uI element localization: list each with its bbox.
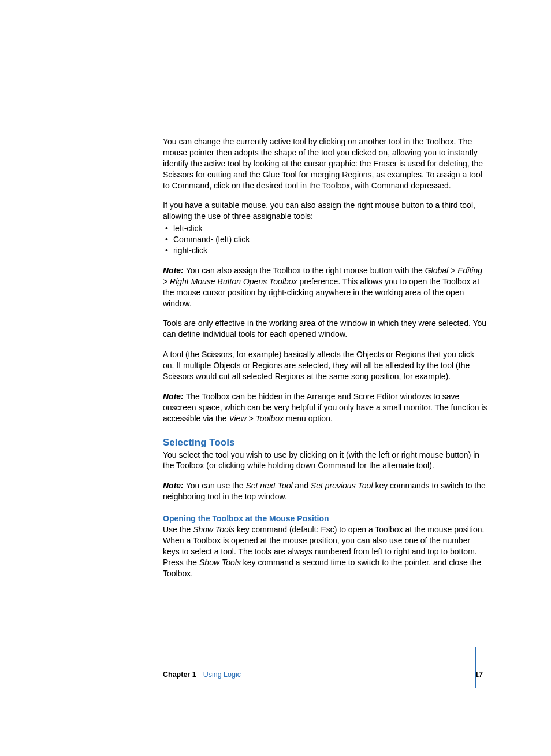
list-item: Command- (left) click [163, 234, 487, 245]
bullet-list: left-click Command- (left) click right-c… [163, 223, 487, 256]
section-heading-selecting-tools: Selecting Tools [163, 437, 487, 449]
menu-path: View > Toolbox [229, 414, 284, 423]
note-text: menu option. [284, 414, 333, 423]
sub-heading-opening-toolbox: Opening the Toolbox at the Mouse Positio… [163, 514, 487, 523]
body-paragraph: Tools are only effective in the working … [163, 318, 487, 340]
note-text: and [293, 481, 311, 490]
list-item: right-click [163, 245, 487, 256]
note-label: Note: [163, 392, 186, 401]
note-text: You can use the [186, 481, 246, 490]
list-item: left-click [163, 223, 487, 234]
key-command: Show Tools [193, 525, 234, 534]
body-text: Use the [163, 525, 193, 534]
page-content: You can change the currently active tool… [0, 0, 551, 579]
key-command: Show Tools [199, 558, 241, 567]
page-footer: Chapter 1 Using Logic 17 [163, 670, 487, 679]
body-paragraph: You select the tool you wish to use by c… [163, 450, 487, 472]
footer-left: Chapter 1 Using Logic [163, 670, 241, 679]
page-number: 17 [475, 670, 487, 679]
note-paragraph: Note: You can use the Set next Tool and … [163, 480, 487, 502]
key-command: Set next Tool [245, 481, 292, 490]
note-label: Note: [163, 266, 186, 275]
footer-rule [475, 647, 476, 688]
note-paragraph: Note: The Toolbox can be hidden in the A… [163, 391, 487, 424]
chapter-title: Using Logic [203, 670, 241, 679]
note-text: You can also assign the Toolbox to the r… [186, 266, 425, 275]
body-paragraph: A tool (the Scissors, for example) basic… [163, 349, 487, 382]
body-paragraph: You can change the currently active tool… [163, 136, 487, 191]
note-label: Note: [163, 481, 186, 490]
key-command: Set previous Tool [311, 481, 373, 490]
chapter-number: Chapter 1 [163, 670, 196, 679]
body-paragraph: If you have a suitable mouse, you can al… [163, 200, 487, 222]
body-paragraph: Use the Show Tools key command (default:… [163, 524, 487, 579]
note-paragraph: Note: You can also assign the Toolbox to… [163, 265, 487, 309]
